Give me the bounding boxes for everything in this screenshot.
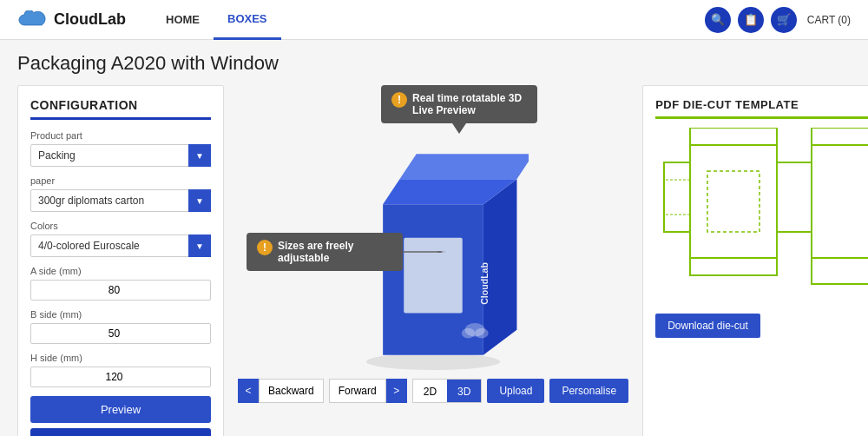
callout-sizes: ! Sizes are freely adjustable (247, 233, 403, 271)
bottom-toolbar: < Backward Forward > 2D 3D Upload Person… (238, 379, 628, 403)
h-side-label: H side (mm) (30, 353, 211, 363)
page-title: Packaging A2020 with Window (17, 52, 851, 75)
callout-exclaim-icon: ! (391, 92, 407, 108)
logo-text: CloudLab (54, 10, 126, 29)
main-content: Packaging A2020 with Window CONFIGURATIO… (0, 40, 868, 436)
center-area: ! Real time rotatable 3D Live Preview (238, 85, 628, 436)
colors-group: Colors 4/0-colored Euroscale ▼ (30, 221, 211, 257)
colors-select-wrapper: 4/0-colored Euroscale ▼ (30, 235, 211, 257)
product-part-group: Product part Packing ▼ (30, 130, 211, 167)
callout-3d-text: Real time rotatable 3D Live Preview (412, 92, 527, 116)
right-panel: PDF DIE-CUT TEMPLATE (642, 85, 868, 436)
svg-marker-4 (399, 154, 529, 179)
svg-point-9 (475, 328, 488, 339)
h-side-input[interactable] (30, 367, 211, 387)
download-die-cut-button[interactable]: Download die-cut (655, 314, 760, 338)
left-panel: CONFIGURATION Product part Packing ▼ pap… (17, 85, 224, 436)
backward-nav: < Backward (238, 379, 324, 403)
a-side-label: A side (mm) (30, 266, 211, 276)
right-panel-title: PDF DIE-CUT TEMPLATE (655, 98, 868, 119)
arrow-right-icon (403, 251, 446, 253)
cart-label: CART (0) (807, 14, 851, 26)
content-row: CONFIGURATION Product part Packing ▼ pap… (17, 85, 851, 436)
view-3d-button[interactable]: 3D (447, 380, 481, 403)
svg-point-0 (366, 353, 500, 370)
logo-area: CloudLab (17, 10, 126, 30)
callout-sizes-exclaim-icon: ! (257, 240, 273, 255)
search-icon[interactable]: 🔍 (705, 7, 731, 33)
forward-nav: Forward > (329, 379, 407, 403)
cart-icon[interactable]: 🛒 (771, 7, 797, 33)
svg-point-8 (462, 328, 475, 339)
upload-button[interactable]: Upload (487, 379, 544, 403)
view-2d-button[interactable]: 2D (413, 380, 447, 403)
panel-title: CONFIGURATION (30, 98, 211, 120)
paper-select[interactable]: 300gr diplomats carton (30, 189, 211, 212)
header: CloudLab HOME BOXES 🔍 📋 🛒 CART (0) (0, 0, 868, 40)
backward-arrow-button[interactable]: < (238, 379, 259, 403)
product-part-select[interactable]: Packing (30, 144, 211, 167)
nav-boxes[interactable]: BOXES (214, 0, 281, 40)
preview-button[interactable]: Preview (30, 396, 211, 423)
personalise-button[interactable]: Personalise (549, 379, 628, 403)
b-side-group: B side (mm) (30, 309, 211, 344)
product-part-select-wrapper: Packing ▼ (30, 144, 211, 167)
backward-label[interactable]: Backward (259, 379, 324, 403)
b-side-input[interactable] (30, 323, 211, 344)
paper-group: paper 300gr diplomats carton ▼ (30, 175, 211, 212)
a-side-input[interactable] (30, 280, 211, 301)
paper-label: paper (30, 175, 211, 186)
a-side-group: A side (mm) (30, 266, 211, 301)
b-side-label: B side (mm) (30, 309, 211, 320)
die-cut-template (655, 128, 868, 301)
forward-arrow-button[interactable]: > (386, 379, 407, 403)
colors-select[interactable]: 4/0-colored Euroscale (30, 235, 211, 257)
forward-label[interactable]: Forward (329, 379, 386, 403)
cloudlab-logo-icon (17, 10, 49, 30)
callout-3d-preview: ! Real time rotatable 3D Live Preview (381, 85, 537, 123)
main-nav: HOME BOXES (152, 0, 705, 40)
copy-icon[interactable]: 📋 (738, 7, 764, 33)
svg-text:CloudLab: CloudLab (479, 261, 490, 304)
paper-select-wrapper: 300gr diplomats carton ▼ (30, 189, 211, 212)
view-toggle: 2D 3D (412, 379, 483, 403)
h-side-group: H side (mm) (30, 353, 211, 387)
colors-label: Colors (30, 221, 211, 231)
arrow-down-icon (452, 123, 466, 134)
callout-sizes-text: Sizes are freely adjustable (278, 240, 392, 264)
svg-rect-5 (404, 238, 463, 314)
header-icons: 🔍 📋 🛒 CART (0) (705, 7, 851, 33)
add-to-cart-button[interactable]: Add to cart (30, 428, 211, 436)
product-part-label: Product part (30, 130, 211, 141)
nav-home[interactable]: HOME (152, 0, 214, 40)
